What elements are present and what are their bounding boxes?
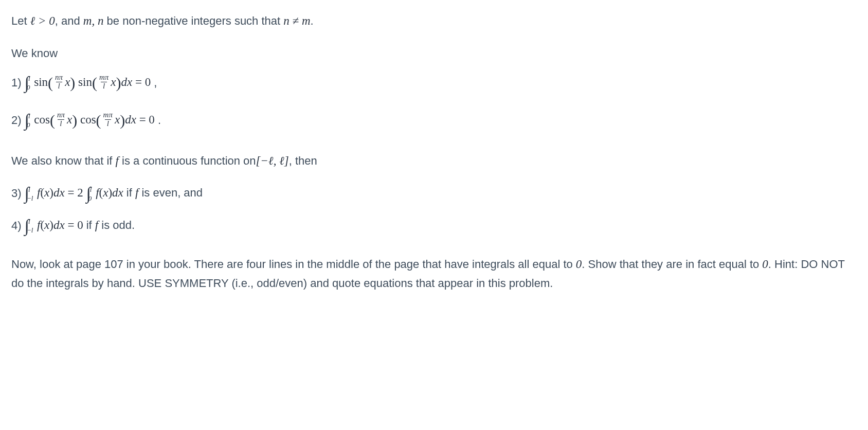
math-m-n: m, n bbox=[83, 14, 104, 27]
paragraph-weknow: We know bbox=[11, 45, 857, 62]
tail: , bbox=[154, 74, 157, 91]
integral-symbol: ∫ l−l bbox=[25, 218, 33, 234]
math-n-neq-m: n ≠ m bbox=[283, 14, 310, 27]
text: , then bbox=[289, 154, 317, 167]
integral-symbol: ∫ l0 bbox=[25, 112, 30, 129]
text: , and bbox=[55, 14, 83, 27]
func-cos: cos bbox=[34, 113, 50, 126]
integral-symbol: ∫ l−l bbox=[25, 186, 33, 202]
text: . Show that they are in fact equal to bbox=[582, 258, 762, 271]
paragraph-alsoknow: We also know that if f is a continuous f… bbox=[11, 152, 857, 170]
math-expression: ∫ l−l f(x)dx = 2 ∫ l0 f(x)dx bbox=[25, 184, 123, 202]
paragraph-task: Now, look at page 107 in your book. Ther… bbox=[11, 255, 857, 293]
text: Let bbox=[11, 14, 30, 27]
text: We know bbox=[11, 47, 58, 60]
func-sin: sin bbox=[78, 76, 92, 88]
item-prefix: 3) bbox=[11, 185, 22, 202]
equation-item-2: 2) ∫ l0 cos(nπlx) cos(mπlx)dx = 0. bbox=[11, 109, 857, 132]
text: be non-negative integers such that bbox=[103, 14, 283, 27]
equation-item-4: 4) ∫ l−l f(x)dx = 0 if f is odd. bbox=[11, 217, 857, 235]
equation-item-1: 1) ∫ l0 sin(nπlx) sin(mπlx)dx = 0, bbox=[11, 71, 857, 94]
math-expression: ∫ l−l f(x)dx = 0 bbox=[25, 217, 83, 235]
integral-symbol: ∫ l0 bbox=[86, 186, 92, 202]
math-l-gt-0: ℓ > 0 bbox=[30, 14, 55, 27]
math-interval: [−ℓ, ℓ] bbox=[256, 154, 289, 167]
tail: if f is odd. bbox=[86, 217, 135, 235]
item-prefix: 2) bbox=[11, 112, 22, 129]
text: . bbox=[311, 14, 314, 27]
math-zero: 0 bbox=[576, 258, 582, 271]
text: Now, look at page 107 in your book. Ther… bbox=[11, 258, 576, 271]
item-prefix: 4) bbox=[11, 217, 22, 234]
func-cos: cos bbox=[80, 113, 96, 126]
tail: if f is even, and bbox=[126, 184, 203, 202]
item-prefix: 1) bbox=[11, 74, 22, 91]
tail: . bbox=[158, 112, 161, 129]
text: is a continuous function on bbox=[119, 154, 256, 167]
equation-item-3: 3) ∫ l−l f(x)dx = 2 ∫ l0 f(x)dx if f is … bbox=[11, 184, 857, 202]
func-sin: sin bbox=[34, 76, 48, 88]
math-expression: ∫ l0 sin(nπlx) sin(mπlx)dx = 0 bbox=[25, 71, 151, 94]
paragraph-intro: Let ℓ > 0, and m, n be non-negative inte… bbox=[11, 12, 857, 30]
math-zero: 0 bbox=[762, 258, 768, 271]
integral-symbol: ∫ l0 bbox=[25, 75, 30, 91]
math-expression: ∫ l0 cos(nπlx) cos(mπlx)dx = 0 bbox=[25, 109, 155, 132]
text: We also know that if bbox=[11, 154, 116, 167]
